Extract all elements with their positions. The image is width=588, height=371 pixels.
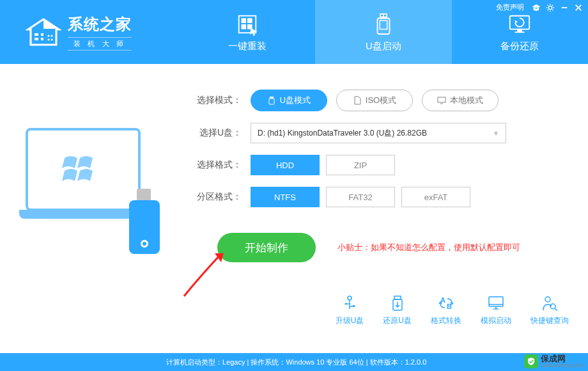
tab-usb-boot[interactable]: U盘启动 [315,0,451,64]
gear-icon[interactable] [546,3,555,12]
usb-up-icon [341,295,358,312]
usb-small-icon [267,96,276,105]
svg-point-37 [545,297,550,302]
tab-label: 备份还原 [500,40,539,52]
tool-label: 格式转换 [431,315,461,326]
svg-rect-17 [380,20,387,29]
mode-iso-button[interactable]: ISO模式 [336,90,413,111]
usb-select-dropdown[interactable]: D: (hd1) KingstonDataTraveler 3.0 (U盘) 2… [251,123,506,143]
grad-cap-icon[interactable] [532,3,541,12]
tab-label: U盘启动 [366,40,401,52]
shield-check-icon [524,354,538,368]
svg-point-27 [344,303,346,305]
logo-title: 系统之家 [68,14,132,35]
svg-rect-3 [41,38,43,40]
svg-point-5 [51,35,53,37]
svg-point-6 [48,39,50,41]
tool-label: 模拟启动 [481,315,511,326]
tab-label: 一键重装 [228,40,267,52]
svg-rect-13 [380,13,387,18]
windows-cursor-icon [235,12,259,36]
svg-line-39 [555,308,557,311]
svg-point-7 [51,39,53,41]
tool-hotkey-lookup[interactable]: 快捷键查询 [530,295,569,326]
tool-label: 快捷键查询 [530,315,569,326]
monitor-refresh-icon [507,12,532,36]
illustration [19,128,160,256]
partition-exfat-button[interactable]: exFAT [401,187,470,207]
tool-upgrade-usb[interactable]: 升级U盘 [336,295,364,326]
tool-label: 升级U盘 [336,315,364,326]
tool-simulate-boot[interactable]: 模拟启动 [481,295,511,326]
watermark-url: zsbaocheng.com [541,363,584,368]
monitor-small-icon [437,96,446,105]
svg-rect-11 [241,24,246,29]
partition-label: 分区格式： [192,191,242,203]
tab-reinstall[interactable]: 一键重装 [179,0,315,64]
tool-label: 还原U盘 [383,315,412,326]
svg-rect-22 [269,99,274,104]
start-create-button[interactable]: 开始制作 [217,233,316,262]
svg-point-25 [348,296,352,300]
format-zip-button[interactable]: ZIP [326,155,395,175]
usb-restore-icon [389,295,406,312]
svg-rect-14 [381,14,383,16]
svg-rect-10 [247,18,252,23]
logo-house-icon [26,17,61,47]
watermark: 保成网 zsbaocheng.com [524,354,584,368]
file-icon [353,96,362,105]
mode-usb-button[interactable]: U盘模式 [251,90,327,111]
mode-local-button[interactable]: 本地模式 [422,90,499,111]
logo-area: 系统之家 装 机 大 师 [0,0,179,64]
svg-rect-28 [353,305,355,307]
logo-subtitle: 装 机 大 师 [68,37,132,51]
close-icon[interactable] [574,3,583,12]
tool-restore-usb[interactable]: 还原U盘 [383,295,412,326]
svg-point-4 [48,35,50,37]
tool-format-convert[interactable]: AB 格式转换 [431,295,461,326]
convert-icon: AB [438,295,454,312]
svg-rect-15 [384,14,386,16]
usb-icon [371,12,396,36]
svg-rect-9 [241,18,246,23]
tip-text: 小贴士：如果不知道怎么配置，使用默认配置即可 [337,242,520,253]
usb-select-label: 选择U盘： [192,127,242,139]
svg-point-19 [548,6,552,9]
footer-text: 计算机启动类型：Legacy | 操作系统：Windows 10 专业版 64位… [166,358,426,367]
minimize-icon[interactable] [560,3,569,12]
svg-rect-2 [41,33,43,36]
mode-label-text: U盘模式 [280,95,311,106]
usb-select-value: D: (hd1) KingstonDataTraveler 3.0 (U盘) 2… [258,128,427,139]
mode-label-text: 本地模式 [450,95,483,106]
format-hdd-button[interactable]: HDD [251,155,320,175]
svg-rect-0 [35,33,38,36]
partition-ntfs-button[interactable]: NTFS [251,187,320,207]
mode-label-text: ISO模式 [366,95,396,106]
disclaimer-link[interactable]: 免责声明 [496,3,524,12]
svg-rect-1 [35,38,38,40]
svg-rect-23 [438,97,445,102]
chevron-down-icon: ▼ [493,130,499,137]
footer-status-bar: 计算机启动类型：Legacy | 操作系统：Windows 10 专业版 64位… [0,353,588,371]
person-search-icon [541,295,558,312]
windows-logo-icon [61,150,105,189]
mode-label: 选择模式： [192,95,242,106]
partition-fat32-button[interactable]: FAT32 [326,187,395,207]
monitor-icon [488,295,504,312]
format-label: 选择格式： [192,159,242,171]
